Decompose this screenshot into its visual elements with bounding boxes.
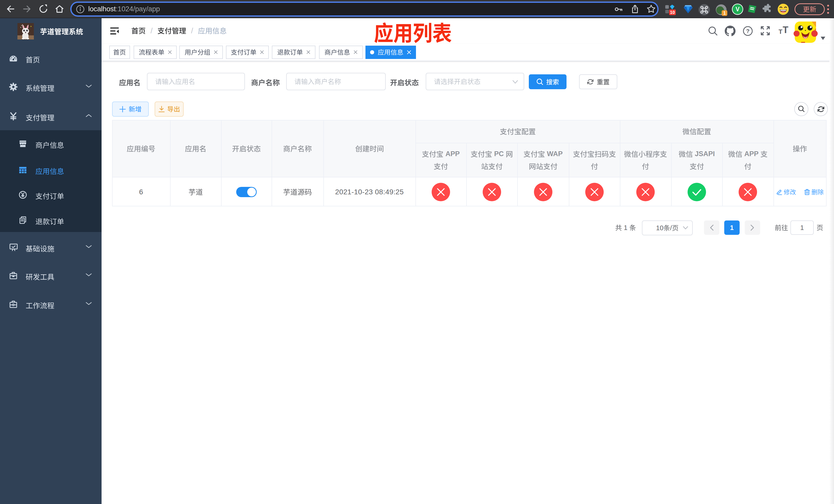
svg-text:?: ? bbox=[746, 28, 749, 35]
svg-text:10: 10 bbox=[670, 10, 675, 15]
svg-text:V: V bbox=[736, 6, 740, 13]
svg-text:1: 1 bbox=[723, 10, 726, 16]
